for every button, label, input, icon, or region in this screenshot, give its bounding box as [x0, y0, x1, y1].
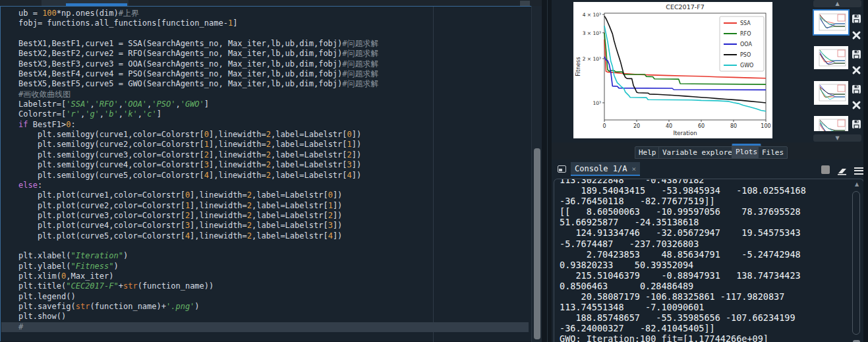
interrupt-kernel-icon[interactable]	[821, 165, 830, 174]
console-line: [[ 8.60500063 -10.99597056 78.37695528	[560, 206, 806, 217]
console-line: 0.8506463 0.28486489	[560, 281, 806, 291]
console-line: 0.93820233 50.39352094	[560, 260, 806, 270]
convergence-chart: CEC2017-F702040608010010³2 × 10³3 × 10³4…	[573, 2, 772, 138]
svg-text:Fitness: Fitness	[575, 57, 581, 76]
code-line[interactable]: plt.ylabel("Fitness")	[1, 262, 529, 271]
svg-text:4 × 10³: 4 × 10³	[583, 12, 601, 18]
console-line: -36.76450118 -82.77677519]]	[560, 196, 806, 206]
editor-scrollbar[interactable]	[531, 6, 542, 342]
console-line: 2.70423853 48.85634791 -5.24742948	[560, 249, 806, 260]
right-panel: CEC2017-F702040608010010³2 × 10³3 × 10³4…	[552, 0, 868, 342]
close-plot-icon[interactable]	[852, 30, 861, 40]
figure-canvas: CEC2017-F702040608010010³2 × 10³3 × 10³4…	[573, 2, 772, 138]
console-line: 20.58087179 -106.88325861 -117.9820837	[560, 291, 806, 302]
console-scrollbar-thumb[interactable]	[852, 191, 860, 335]
thumbnails-scroll-up-button[interactable]: ▲	[813, 0, 861, 7]
console-line: 124.91334746 -32.05672947 19.54575343	[560, 227, 806, 238]
console-line: GWO: Iteration:100 fit=[1.17744266e+09]	[560, 333, 806, 342]
code-line[interactable]: BestX4,BestF4,curve4 = PSO(SearchAgents_…	[1, 69, 529, 79]
console-pane: Console 1/A× 113.30222848 -0.43870182 18…	[552, 159, 868, 342]
console-line: 215.51046379 -0.88947931 138.74734423	[560, 270, 806, 281]
console-tab[interactable]: Console 1/A×	[571, 162, 640, 176]
console-line: 113.30222848 -0.43870182	[560, 179, 806, 185]
code-line[interactable]: plt.semilogy(curve5,color=Colorstr[4],li…	[1, 171, 529, 181]
code-line[interactable]: if BestF1>0:	[1, 120, 529, 130]
code-line[interactable]: #画收敛曲线图	[1, 90, 529, 100]
svg-text:60: 60	[698, 123, 705, 129]
console-tab-close-icon[interactable]: ×	[631, 165, 636, 173]
code-line[interactable]	[1, 241, 529, 251]
code-line[interactable]: plt.xlim(0,Max_iter)	[1, 271, 529, 281]
code-line[interactable]: BestX5,BestF5,curve5 = GWO(SearchAgents_…	[1, 79, 529, 89]
clear-console-icon[interactable]	[837, 165, 848, 174]
code-line[interactable]: plt.plot(curve5,color=Colorstr[4],linewi…	[1, 231, 529, 241]
console-scrollbar[interactable]: ▲	[852, 181, 862, 342]
code-line[interactable]: plt.xlabel("Iteration")	[1, 251, 529, 261]
plot-thumbnail-2[interactable]	[814, 46, 848, 69]
browse-tabs-icon[interactable]	[558, 165, 566, 173]
console-line: 113.74551348 -7.10090601	[560, 302, 806, 312]
svg-text:80: 80	[730, 123, 737, 129]
code-line[interactable]: plt.semilogy(curve3,color=Colorstr[2],li…	[1, 150, 529, 160]
svg-text:GWO: GWO	[740, 63, 753, 69]
code-line[interactable]: else:	[1, 181, 529, 190]
code-area[interactable]: ub = 100*np.ones(dim)#上界fobj= functions.…	[1, 9, 529, 332]
console-line: 189.54043415 -53.9845934 -108.02554168	[560, 185, 806, 196]
tab-plots[interactable]: Plots	[732, 144, 761, 159]
svg-text:CEC2017-F7: CEC2017-F7	[666, 3, 704, 11]
tab-files[interactable]: Files	[758, 146, 788, 159]
code-line[interactable]: plt.legend()	[1, 292, 529, 302]
console-line: -5.7674487 -237.70326803	[560, 239, 806, 249]
svg-text:20: 20	[633, 123, 640, 129]
save-plot-icon[interactable]	[852, 14, 861, 24]
thumbnails-scroll-down-button[interactable]: ▼	[813, 134, 861, 142]
console-output-area[interactable]: 113.30222848 -0.43870182 189.54043415 -5…	[554, 179, 864, 342]
code-line[interactable]: plt.plot(curve2,color=Colorstr[1],linewi…	[1, 201, 529, 211]
console-scroll-up-icon[interactable]: ▲	[852, 181, 862, 187]
svg-text:3 × 10³: 3 × 10³	[583, 30, 601, 36]
save-plot-icon[interactable]	[852, 49, 861, 59]
code-line[interactable]: plt.title("CEC2017-F"+str(function_name)…	[1, 281, 529, 291]
svg-text:100: 100	[761, 123, 770, 129]
plot-thumbnail-4[interactable]	[814, 116, 848, 131]
code-line[interactable]: BestX2,BestF2,curve2 = RFO(SearchAgents_…	[1, 49, 529, 59]
plot-thumbnail-1[interactable]	[814, 11, 848, 34]
code-line[interactable]: BestX3,BestF3,curve3 = OOA(SearchAgents_…	[1, 59, 529, 69]
code-line[interactable]: Colorstr=['r','g','b','k','c']	[1, 109, 529, 119]
code-line[interactable]: plt.semilogy(curve1,color=Colorstr[0],li…	[1, 130, 529, 140]
svg-text:PSO: PSO	[740, 52, 751, 58]
editor-tabbar-remnant	[0, 0, 542, 6]
code-line[interactable]: Labelstr=['SSA','RFO','OOA','PSO','GWO']	[1, 100, 529, 109]
save-plot-icon[interactable]	[852, 84, 861, 94]
code-editor[interactable]: ub = 100*np.ones(dim)#上界fobj= functions.…	[0, 6, 540, 341]
console-line: -36.24000327 -82.41045405]]	[560, 323, 806, 333]
code-line[interactable]: plt.show()	[1, 312, 529, 322]
console-header: Console 1/A×	[552, 159, 868, 179]
editor-scrollbar-thumb[interactable]	[534, 148, 540, 339]
code-line[interactable]: plt.plot(curve4,color=Colorstr[3],linewi…	[1, 221, 529, 231]
close-plot-icon[interactable]	[852, 65, 861, 75]
tab-help[interactable]: Help	[635, 146, 660, 159]
code-line[interactable]: ub = 100*np.ones(dim)#上界	[1, 9, 529, 18]
code-line[interactable]: plt.plot(curve3,color=Colorstr[2],linewi…	[1, 211, 529, 221]
code-line[interactable]: fobj= functions.all_functions[function_n…	[1, 18, 529, 28]
code-line[interactable]: plt.semilogy(curve4,color=Colorstr[3],li…	[1, 160, 529, 170]
code-line[interactable]: #	[1, 322, 529, 332]
svg-text:10³: 10³	[593, 100, 601, 106]
code-line[interactable]	[1, 29, 529, 39]
console-line: 188.85748657 -55.35985656 -107.66234199	[560, 312, 806, 323]
pane-splitter[interactable]	[542, 0, 552, 342]
spyder-window: ub = 100*np.ones(dim)#上界fobj= functions.…	[0, 0, 868, 342]
svg-text:40: 40	[666, 123, 672, 129]
save-plot-icon[interactable]	[852, 119, 861, 129]
code-line[interactable]: plt.semilogy(curve2,color=Colorstr[1],li…	[1, 140, 529, 150]
code-line[interactable]: plt.plot(curve1,color=Colorstr[0],linewi…	[1, 190, 529, 200]
code-line[interactable]: plt.savefig(str(function_name)+'.png')	[1, 302, 529, 312]
tab-variable-explorer[interactable]: Variable explorer	[658, 146, 741, 159]
code-line[interactable]: BestX1,BestF1,curve1 = SSA(SearchAgents_…	[1, 39, 529, 49]
console-line: 51.66925877 -24.35138618	[560, 217, 806, 227]
tabbar-scroll-button[interactable]	[520, 1, 530, 6]
plot-thumbnail-3[interactable]	[814, 81, 848, 105]
close-plot-icon[interactable]	[852, 100, 861, 110]
svg-text:OOA: OOA	[740, 42, 752, 47]
